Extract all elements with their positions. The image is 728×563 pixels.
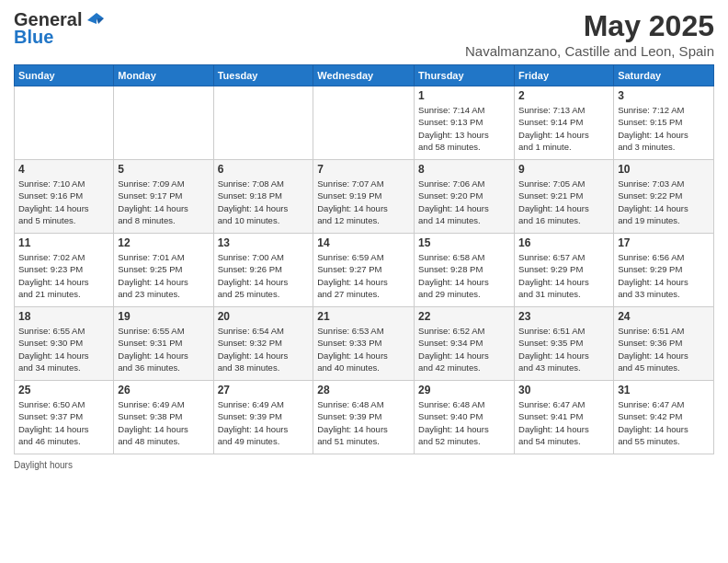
calendar-cell: 1Sunrise: 7:14 AM Sunset: 9:13 PM Daylig… [415,86,515,160]
day-number: 15 [418,236,510,249]
day-info: Sunrise: 6:53 AM Sunset: 9:33 PM Dayligh… [317,325,410,373]
day-info: Sunrise: 7:14 AM Sunset: 9:13 PM Dayligh… [418,104,510,153]
calendar-cell: 19Sunrise: 6:55 AM Sunset: 9:31 PM Dayli… [114,307,213,381]
day-info: Sunrise: 6:51 AM Sunset: 9:36 PM Dayligh… [618,325,710,373]
main-title: May 2025 [465,9,714,43]
day-number: 11 [18,236,109,249]
subtitle: Navalmanzano, Castille and Leon, Spain [465,43,714,59]
logo: General Blue [14,9,104,48]
day-info: Sunrise: 6:55 AM Sunset: 9:30 PM Dayligh… [18,325,109,373]
calendar-cell: 25Sunrise: 6:50 AM Sunset: 9:37 PM Dayli… [15,381,114,454]
day-info: Sunrise: 6:59 AM Sunset: 9:27 PM Dayligh… [317,251,410,300]
day-info: Sunrise: 7:09 AM Sunset: 9:17 PM Dayligh… [118,178,209,226]
day-info: Sunrise: 6:48 AM Sunset: 9:40 PM Dayligh… [418,398,510,447]
calendar-cell: 18Sunrise: 6:55 AM Sunset: 9:30 PM Dayli… [15,307,114,381]
calendar-cell: 21Sunrise: 6:53 AM Sunset: 9:33 PM Dayli… [313,307,415,381]
svg-marker-1 [97,18,104,24]
calendar-cell [15,86,114,160]
day-number: 23 [518,310,609,323]
day-info: Sunrise: 7:07 AM Sunset: 9:19 PM Dayligh… [317,178,410,226]
day-number: 12 [118,236,209,249]
day-info: Sunrise: 7:01 AM Sunset: 9:25 PM Dayligh… [118,251,209,300]
day-number: 2 [518,89,609,102]
col-header-saturday: Saturday [614,65,714,86]
day-info: Sunrise: 6:47 AM Sunset: 9:42 PM Dayligh… [618,398,710,447]
calendar-cell: 26Sunrise: 6:49 AM Sunset: 9:38 PM Dayli… [114,381,213,454]
header: General Blue May 2025 Navalmanzano, Cast… [14,9,714,59]
day-number: 7 [317,163,410,176]
day-info: Sunrise: 6:56 AM Sunset: 9:29 PM Dayligh… [618,251,710,300]
day-info: Sunrise: 6:54 AM Sunset: 9:32 PM Dayligh… [218,325,310,373]
day-info: Sunrise: 7:10 AM Sunset: 9:16 PM Dayligh… [18,178,109,226]
week-row-5: 25Sunrise: 6:50 AM Sunset: 9:37 PM Dayli… [15,381,714,454]
calendar-cell: 14Sunrise: 6:59 AM Sunset: 9:27 PM Dayli… [313,234,415,307]
day-info: Sunrise: 6:48 AM Sunset: 9:39 PM Dayligh… [317,398,410,447]
col-header-friday: Friday [515,65,614,86]
col-header-sunday: Sunday [15,65,114,86]
calendar-cell: 9Sunrise: 7:05 AM Sunset: 9:21 PM Daylig… [515,160,614,234]
day-number: 13 [218,236,310,249]
day-info: Sunrise: 6:50 AM Sunset: 9:37 PM Dayligh… [18,398,109,447]
day-number: 10 [618,163,710,176]
calendar-cell: 27Sunrise: 6:49 AM Sunset: 9:39 PM Dayli… [213,381,313,454]
calendar-cell: 3Sunrise: 7:12 AM Sunset: 9:15 PM Daylig… [614,86,714,160]
day-info: Sunrise: 6:52 AM Sunset: 9:34 PM Dayligh… [418,325,510,373]
day-number: 26 [118,384,209,396]
day-info: Sunrise: 6:51 AM Sunset: 9:35 PM Dayligh… [518,325,609,373]
calendar-cell: 8Sunrise: 7:06 AM Sunset: 9:20 PM Daylig… [415,160,515,234]
day-number: 30 [518,384,609,396]
calendar-cell: 7Sunrise: 7:07 AM Sunset: 9:19 PM Daylig… [313,160,415,234]
day-info: Sunrise: 7:00 AM Sunset: 9:26 PM Dayligh… [218,251,310,300]
daylight-label: Daylight hours [14,460,73,470]
day-info: Sunrise: 6:49 AM Sunset: 9:39 PM Dayligh… [218,398,310,447]
day-number: 9 [518,163,609,176]
day-number: 18 [18,310,109,323]
calendar-cell: 2Sunrise: 7:13 AM Sunset: 9:14 PM Daylig… [515,86,614,160]
week-row-4: 18Sunrise: 6:55 AM Sunset: 9:30 PM Dayli… [15,307,714,381]
calendar-cell: 29Sunrise: 6:48 AM Sunset: 9:40 PM Dayli… [415,381,515,454]
calendar-cell: 20Sunrise: 6:54 AM Sunset: 9:32 PM Dayli… [213,307,313,381]
day-number: 28 [317,384,410,396]
calendar-cell: 5Sunrise: 7:09 AM Sunset: 9:17 PM Daylig… [114,160,213,234]
day-info: Sunrise: 7:05 AM Sunset: 9:21 PM Dayligh… [518,178,609,226]
page: General Blue May 2025 Navalmanzano, Cast… [0,0,728,563]
calendar-cell: 15Sunrise: 6:58 AM Sunset: 9:28 PM Dayli… [415,234,515,307]
calendar-cell: 10Sunrise: 7:03 AM Sunset: 9:22 PM Dayli… [614,160,714,234]
calendar-cell: 16Sunrise: 6:57 AM Sunset: 9:29 PM Dayli… [515,234,614,307]
day-number: 16 [518,236,609,249]
day-info: Sunrise: 7:08 AM Sunset: 9:18 PM Dayligh… [218,178,310,226]
day-number: 21 [317,310,410,323]
calendar: SundayMondayTuesdayWednesdayThursdayFrid… [14,64,714,454]
day-info: Sunrise: 7:12 AM Sunset: 9:15 PM Dayligh… [618,104,710,153]
day-number: 27 [218,384,310,396]
day-info: Sunrise: 6:57 AM Sunset: 9:29 PM Dayligh… [518,251,609,300]
title-section: May 2025 Navalmanzano, Castille and Leon… [465,9,714,59]
day-info: Sunrise: 7:03 AM Sunset: 9:22 PM Dayligh… [618,178,710,226]
day-number: 24 [618,310,710,323]
week-row-2: 4Sunrise: 7:10 AM Sunset: 9:16 PM Daylig… [15,160,714,234]
calendar-cell: 4Sunrise: 7:10 AM Sunset: 9:16 PM Daylig… [15,160,114,234]
day-info: Sunrise: 6:49 AM Sunset: 9:38 PM Dayligh… [118,398,209,447]
day-number: 14 [317,236,410,249]
day-number: 6 [218,163,310,176]
calendar-cell: 13Sunrise: 7:00 AM Sunset: 9:26 PM Dayli… [213,234,313,307]
day-info: Sunrise: 7:02 AM Sunset: 9:23 PM Dayligh… [18,251,109,300]
day-number: 5 [118,163,209,176]
logo-bird-icon [84,11,104,29]
day-number: 3 [618,89,710,102]
col-header-monday: Monday [114,65,213,86]
day-info: Sunrise: 6:58 AM Sunset: 9:28 PM Dayligh… [418,251,510,300]
day-info: Sunrise: 7:13 AM Sunset: 9:14 PM Dayligh… [518,104,609,153]
calendar-cell: 12Sunrise: 7:01 AM Sunset: 9:25 PM Dayli… [114,234,213,307]
day-number: 29 [418,384,510,396]
calendar-body: 1Sunrise: 7:14 AM Sunset: 9:13 PM Daylig… [15,86,714,454]
calendar-cell [213,86,313,160]
col-header-wednesday: Wednesday [313,65,415,86]
calendar-cell: 11Sunrise: 7:02 AM Sunset: 9:23 PM Dayli… [15,234,114,307]
day-info: Sunrise: 7:06 AM Sunset: 9:20 PM Dayligh… [418,178,510,226]
week-row-1: 1Sunrise: 7:14 AM Sunset: 9:13 PM Daylig… [15,86,714,160]
calendar-cell: 24Sunrise: 6:51 AM Sunset: 9:36 PM Dayli… [614,307,714,381]
day-number: 4 [18,163,109,176]
calendar-cell: 23Sunrise: 6:51 AM Sunset: 9:35 PM Dayli… [515,307,614,381]
day-number: 8 [418,163,510,176]
